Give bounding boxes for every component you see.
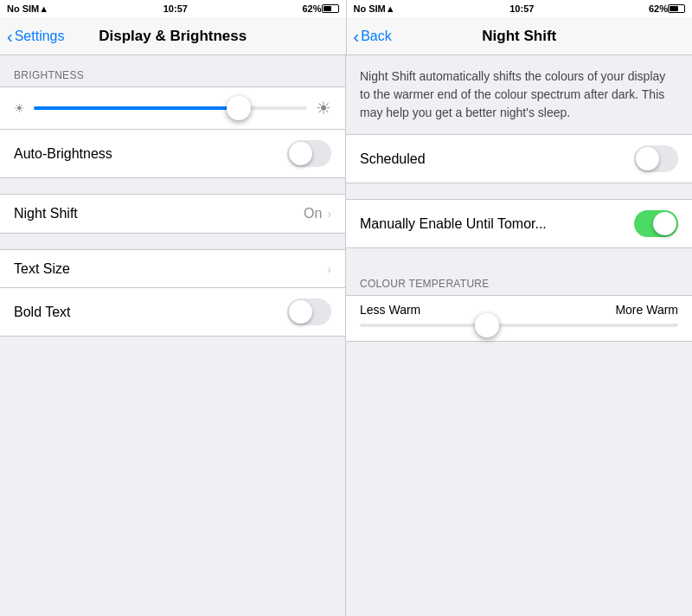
night-shift-label: Night Shift [14, 206, 78, 221]
left-battery-pct: 62% [302, 3, 321, 14]
brightness-slider-thumb [227, 96, 251, 120]
colour-temp-slider-row [346, 320, 692, 341]
left-back-label: Settings [15, 29, 65, 44]
text-size-row[interactable]: Text Size › [0, 250, 345, 288]
text-bold-group: Text Size › Bold Text [0, 249, 345, 337]
night-shift-chevron: › [327, 207, 331, 221]
left-nav-bar: ‹ Settings Display & Brightness [0, 17, 347, 55]
left-back-button[interactable]: ‹ Settings [7, 28, 64, 45]
status-bar: No SIM ▲ 10:57 62% No SIM ▲ 10:57 62% [0, 0, 692, 17]
manually-row: Manually Enable Until Tomor... [346, 200, 692, 247]
section-gap-4 [346, 248, 692, 264]
more-warm-label: More Warm [615, 303, 678, 317]
night-shift-description-text: Night Shift automatically shifts the col… [360, 69, 665, 119]
section-gap-3 [346, 183, 692, 199]
text-size-label: Text Size [14, 261, 70, 277]
brightness-group: ☀ ☀ Auto-Brightness [0, 87, 345, 178]
right-wifi-icon: ▲ [386, 3, 395, 14]
scheduled-group: Scheduled [346, 134, 692, 183]
colour-temp-header: COLOUR TEMPERATURE [346, 264, 692, 295]
left-carrier: No SIM [7, 3, 39, 14]
section-gap-1 [0, 178, 345, 194]
night-shift-value-area: On › [304, 206, 331, 221]
left-battery-icon [322, 4, 339, 13]
night-shift-group: Night Shift On › [0, 194, 345, 234]
right-battery-icon [668, 4, 685, 13]
auto-brightness-row: Auto-Brightness [0, 130, 345, 177]
night-shift-value: On [304, 206, 322, 221]
left-time: 10:57 [163, 3, 188, 14]
manually-label: Manually Enable Until Tomor... [360, 216, 547, 232]
auto-brightness-label: Auto-Brightness [14, 146, 112, 162]
night-shift-row[interactable]: Night Shift On › [0, 195, 345, 233]
colour-temp-thumb[interactable] [475, 313, 499, 337]
manually-group: Manually Enable Until Tomor... [346, 199, 692, 248]
scheduled-row: Scheduled [346, 135, 692, 183]
auto-brightness-knob [289, 142, 312, 165]
nav-bars: ‹ Settings Display & Brightness ‹ Back N… [0, 17, 692, 55]
left-panel: BRIGHTNESS ☀ ☀ Auto-Brightness [0, 55, 346, 616]
text-size-chevron: › [327, 262, 331, 276]
left-status-bar: No SIM ▲ 10:57 62% [0, 0, 346, 17]
right-battery-pct: 62% [649, 3, 668, 14]
scheduled-label: Scheduled [360, 151, 426, 167]
main-content: BRIGHTNESS ☀ ☀ Auto-Brightness [0, 55, 692, 616]
bold-text-toggle[interactable] [287, 298, 331, 325]
sun-small-icon: ☀ [14, 101, 25, 115]
right-time: 10:57 [509, 3, 534, 14]
less-warm-label: Less Warm [360, 303, 420, 317]
right-back-label: Back [361, 29, 392, 44]
sun-large-icon: ☀ [316, 98, 331, 119]
brightness-section-header: BRIGHTNESS [0, 55, 345, 87]
colour-temp-track[interactable] [360, 324, 678, 327]
bold-text-row: Bold Text [0, 288, 345, 336]
right-nav-bar: ‹ Back Night Shift [347, 17, 693, 55]
scheduled-toggle[interactable] [634, 145, 678, 172]
section-gap-2 [0, 234, 345, 249]
brightness-row: ☀ ☀ [0, 87, 345, 130]
bold-text-label: Bold Text [14, 305, 71, 320]
auto-brightness-toggle[interactable] [287, 140, 331, 167]
left-wifi-icon: ▲ [39, 3, 48, 14]
right-status-bar: No SIM ▲ 10:57 62% [347, 0, 693, 17]
left-nav-title: Display & Brightness [99, 28, 247, 45]
right-back-chevron: ‹ [354, 28, 360, 45]
brightness-slider-fill [34, 106, 239, 110]
night-shift-description: Night Shift automatically shifts the col… [346, 55, 692, 134]
scheduled-knob [636, 147, 659, 170]
left-back-chevron: ‹ [7, 28, 13, 45]
brightness-slider-track[interactable] [34, 106, 307, 110]
right-carrier: No SIM [354, 3, 386, 14]
colour-temp-group: Less Warm More Warm [346, 295, 692, 342]
manually-toggle[interactable] [634, 210, 678, 237]
right-panel: Night Shift automatically shifts the col… [346, 55, 692, 616]
bold-text-knob [289, 300, 312, 324]
right-nav-title: Night Shift [482, 28, 556, 45]
colour-temp-labels-row: Less Warm More Warm [346, 296, 692, 320]
manually-knob [653, 212, 676, 235]
right-back-button[interactable]: ‹ Back [354, 28, 392, 45]
